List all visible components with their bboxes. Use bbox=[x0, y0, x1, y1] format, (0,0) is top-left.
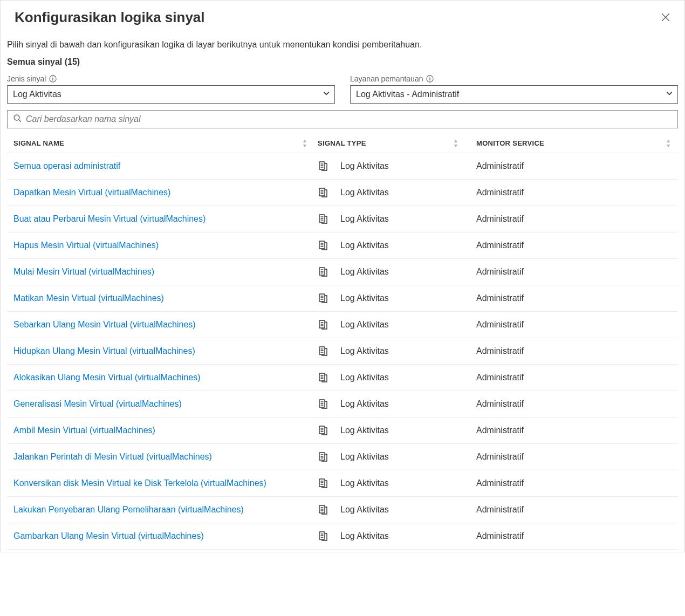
signal-link[interactable]: Hapus Mesin Virtual (virtualMachines) bbox=[13, 241, 159, 250]
table-row[interactable]: Sebarkan Ulang Mesin Virtual (virtualMac… bbox=[7, 312, 678, 338]
table-row[interactable]: Semua operasi administratifLog Aktivitas… bbox=[7, 153, 678, 180]
table-row[interactable]: Matikan Mesin Virtual (virtualMachines)L… bbox=[7, 285, 678, 312]
chevron-down-icon bbox=[323, 90, 330, 99]
activity-log-icon bbox=[318, 240, 328, 251]
cell-signal-name: Hapus Mesin Virtual (virtualMachines) bbox=[7, 241, 314, 250]
activity-log-icon bbox=[318, 214, 328, 224]
panel-header: Konfigurasikan logika sinyal bbox=[1, 1, 684, 30]
table-row[interactable]: Buat atau Perbarui Mesin Virtual (virtua… bbox=[7, 206, 678, 232]
cell-signal-type: Log Aktivitas bbox=[314, 187, 465, 198]
cell-signal-name: Lakukan Penyebaran Ulang Pemeliharaan (v… bbox=[7, 505, 314, 515]
table-row[interactable]: Hapus Mesin Virtual (virtualMachines)Log… bbox=[7, 232, 678, 259]
cell-signal-name: Gambarkan Ulang Mesin Virtual (virtualMa… bbox=[7, 531, 314, 541]
sort-icon bbox=[302, 140, 308, 147]
signal-link[interactable]: Konversikan disk Mesin Virtual ke Disk T… bbox=[13, 478, 266, 488]
cell-signal-name: Generalisasi Mesin Virtual (virtualMachi… bbox=[7, 399, 314, 409]
table-row[interactable]: Ambil Mesin Virtual (virtualMachines)Log… bbox=[7, 417, 678, 444]
search-box[interactable] bbox=[7, 110, 678, 128]
table-row[interactable]: Hidupkan Ulang Mesin Virtual (virtualMac… bbox=[7, 338, 678, 365]
cell-monitor-service: Administratif bbox=[465, 241, 678, 250]
activity-log-icon bbox=[318, 293, 328, 304]
signal-link[interactable]: Hidupkan Ulang Mesin Virtual (virtualMac… bbox=[13, 346, 195, 355]
search-icon bbox=[13, 114, 22, 125]
signal-link[interactable]: Semua operasi administratif bbox=[13, 161, 120, 170]
signal-type-text: Log Aktivitas bbox=[340, 373, 389, 382]
signal-link[interactable]: Dapatkan Mesin Virtual (virtualMachines) bbox=[13, 188, 170, 197]
sort-icon bbox=[453, 140, 459, 147]
chevron-down-icon bbox=[666, 90, 673, 99]
signal-type-text: Log Aktivitas bbox=[340, 188, 389, 197]
cell-monitor-service: Administratif bbox=[465, 399, 678, 409]
signal-type-text: Log Aktivitas bbox=[340, 478, 389, 488]
col-header-service[interactable]: Monitor Service bbox=[465, 139, 678, 147]
svg-marker-15 bbox=[667, 145, 670, 147]
cell-monitor-service: Administratif bbox=[465, 267, 678, 277]
signal-link[interactable]: Matikan Mesin Virtual (virtualMachines) bbox=[13, 293, 164, 303]
cell-monitor-service: Administratif bbox=[465, 452, 678, 462]
cell-signal-type: Log Aktivitas bbox=[314, 319, 465, 330]
svg-line-9 bbox=[19, 120, 21, 122]
signal-type-label: Jenis sinyal bbox=[7, 74, 335, 83]
svg-marker-10 bbox=[303, 140, 306, 142]
activity-log-icon bbox=[318, 187, 328, 198]
signal-type-value: Log Aktivitas bbox=[13, 90, 61, 99]
table-row[interactable]: Lakukan Penyebaran Ulang Pemeliharaan (v… bbox=[7, 497, 678, 523]
signal-type-text: Log Aktivitas bbox=[340, 320, 389, 330]
signal-link[interactable]: Sebarkan Ulang Mesin Virtual (virtualMac… bbox=[13, 320, 196, 329]
search-container bbox=[1, 110, 684, 128]
signal-link[interactable]: Gambarkan Ulang Mesin Virtual (virtualMa… bbox=[13, 531, 204, 540]
col-header-name[interactable]: Signal Name bbox=[7, 139, 314, 147]
cell-signal-name: Mulai Mesin Virtual (virtualMachines) bbox=[7, 267, 314, 277]
signal-type-text: Log Aktivitas bbox=[340, 161, 389, 171]
info-icon[interactable] bbox=[426, 75, 434, 83]
cell-monitor-service: Administratif bbox=[465, 531, 678, 541]
table-row[interactable]: Jalankan Perintah di Mesin Virtual (virt… bbox=[7, 444, 678, 470]
cell-signal-name: Alokasikan Ulang Mesin Virtual (virtualM… bbox=[7, 373, 314, 382]
cell-signal-name: Jalankan Perintah di Mesin Virtual (virt… bbox=[7, 452, 314, 462]
col-header-type[interactable]: Signal Type bbox=[314, 139, 465, 147]
close-button[interactable] bbox=[659, 10, 673, 26]
search-input[interactable] bbox=[26, 114, 672, 124]
cell-monitor-service: Administratif bbox=[465, 293, 678, 303]
activity-log-icon bbox=[318, 372, 328, 383]
table-row[interactable]: Generalisasi Mesin Virtual (virtualMachi… bbox=[7, 391, 678, 417]
cell-signal-type: Log Aktivitas bbox=[314, 293, 465, 304]
table-row[interactable]: Dapatkan Mesin Virtual (virtualMachines)… bbox=[7, 180, 678, 206]
signal-link[interactable]: Lakukan Penyebaran Ulang Pemeliharaan (v… bbox=[13, 505, 244, 514]
signal-link[interactable]: Alokasikan Ulang Mesin Virtual (virtualM… bbox=[13, 373, 201, 382]
cell-signal-type: Log Aktivitas bbox=[314, 531, 465, 542]
info-icon[interactable] bbox=[49, 75, 57, 83]
signal-link[interactable]: Buat atau Perbarui Mesin Virtual (virtua… bbox=[13, 214, 206, 223]
cell-monitor-service: Administratif bbox=[465, 320, 678, 330]
signal-link[interactable]: Jalankan Perintah di Mesin Virtual (virt… bbox=[13, 452, 212, 461]
close-icon bbox=[661, 16, 670, 24]
cell-monitor-service: Administratif bbox=[465, 346, 678, 356]
signal-type-text: Log Aktivitas bbox=[340, 267, 389, 277]
cell-signal-type: Log Aktivitas bbox=[314, 399, 465, 409]
table-body: Semua operasi administratifLog Aktivitas… bbox=[7, 153, 678, 550]
svg-point-4 bbox=[53, 77, 54, 78]
signal-type-select[interactable]: Log Aktivitas bbox=[7, 85, 335, 104]
signal-link[interactable]: Mulai Mesin Virtual (virtualMachines) bbox=[13, 267, 154, 276]
table-row[interactable]: Alokasikan Ulang Mesin Virtual (virtualM… bbox=[7, 365, 678, 391]
signal-type-text: Log Aktivitas bbox=[340, 531, 389, 541]
table-row[interactable]: Gambarkan Ulang Mesin Virtual (virtualMa… bbox=[7, 523, 678, 550]
signal-link[interactable]: Ambil Mesin Virtual (virtualMachines) bbox=[13, 426, 155, 435]
table-header: Signal Name Signal Type Monitor Service bbox=[7, 133, 678, 153]
panel-title: Konfigurasikan logika sinyal bbox=[15, 9, 205, 26]
cell-signal-type: Log Aktivitas bbox=[314, 372, 465, 383]
all-signals-count: Semua sinyal (15) bbox=[1, 54, 684, 74]
monitor-service-select[interactable]: Log Aktivitas - Administratif bbox=[350, 85, 678, 104]
cell-signal-type: Log Aktivitas bbox=[314, 240, 465, 251]
signal-link[interactable]: Generalisasi Mesin Virtual (virtualMachi… bbox=[13, 399, 182, 408]
signal-type-text: Log Aktivitas bbox=[340, 346, 389, 356]
table-row[interactable]: Mulai Mesin Virtual (virtualMachines)Log… bbox=[7, 259, 678, 285]
activity-log-icon bbox=[318, 451, 328, 462]
signal-type-text: Log Aktivitas bbox=[340, 241, 389, 250]
cell-monitor-service: Administratif bbox=[465, 478, 678, 488]
table-row[interactable]: Konversikan disk Mesin Virtual ke Disk T… bbox=[7, 470, 678, 497]
configure-signal-panel: Konfigurasikan logika sinyal Pilih sinya… bbox=[0, 0, 685, 552]
cell-signal-type: Log Aktivitas bbox=[314, 478, 465, 489]
signal-type-text: Log Aktivitas bbox=[340, 293, 389, 303]
cell-signal-type: Log Aktivitas bbox=[314, 451, 465, 462]
